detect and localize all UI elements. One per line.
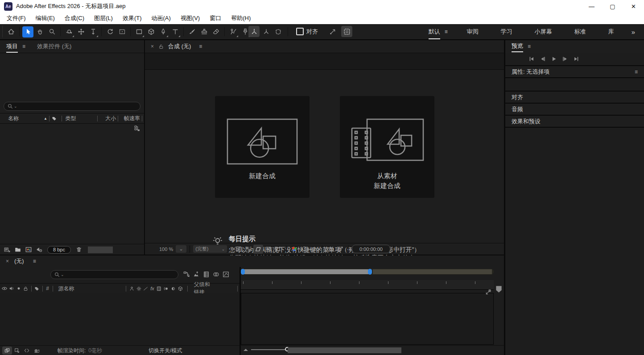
clone-stamp-tool[interactable] <box>198 26 210 38</box>
workspace-tab-small-screen[interactable]: 小屏幕 <box>524 24 563 39</box>
column-size[interactable]: 大小 <box>99 115 116 122</box>
timeline-panel-menu-icon[interactable]: ≡ <box>33 258 36 264</box>
region-of-interest-icon[interactable] <box>253 245 263 254</box>
mask-visibility-icon[interactable] <box>263 245 273 254</box>
exposure-value[interactable]: +0.0 <box>309 246 319 252</box>
expand-layers-icon[interactable] <box>2 347 12 355</box>
label-column-icon[interactable] <box>33 284 41 292</box>
new-composition-from-footage-card[interactable]: 从素材新建合成 <box>340 96 434 198</box>
hand-tool[interactable] <box>34 26 45 38</box>
project-search-input[interactable]: ⌄ <box>4 102 140 111</box>
home-icon[interactable] <box>5 26 17 38</box>
source-name-column[interactable]: 源名称 <box>58 285 97 292</box>
composition-tab-title[interactable]: 合成 (无) <box>168 42 191 50</box>
render-speed-snail-icon[interactable] <box>32 347 41 355</box>
orbit-camera-tool[interactable] <box>63 26 74 38</box>
toggle-switches-modes-button[interactable]: 切换开关/模式 <box>149 347 182 355</box>
bit-depth-button[interactable]: 8 bpc <box>47 246 71 254</box>
toolbar-grip[interactable] <box>1 26 5 38</box>
timeline-search-input[interactable]: ⌄ <box>50 270 178 279</box>
tab-project[interactable]: 项目 <box>6 41 18 53</box>
rectangle-tool[interactable] <box>133 26 144 38</box>
navigator-right-handle[interactable] <box>368 269 372 275</box>
solo-icon[interactable] <box>15 284 22 292</box>
local-axis-mode-icon[interactable] <box>248 26 260 37</box>
workspace-tab-library[interactable]: 库 <box>597 24 625 39</box>
frame-blending-icon[interactable] <box>212 271 220 278</box>
project-settings-icon[interactable] <box>34 245 45 254</box>
shy-layers-icon[interactable] <box>202 271 210 278</box>
time-ruler[interactable] <box>241 280 494 290</box>
lock-column-icon[interactable] <box>22 284 29 292</box>
properties-menu-icon[interactable]: ≡ <box>635 69 638 75</box>
menu-help[interactable]: 帮助(H) <box>226 14 256 22</box>
properties-panel-header[interactable]: 属性: 无选择项 ≡ <box>505 66 644 78</box>
timeline-tab-close-icon[interactable]: × <box>6 258 9 264</box>
snapshot-camera-icon[interactable] <box>326 245 335 254</box>
interpret-footage-icon[interactable] <box>2 245 12 254</box>
menu-view[interactable]: 视图(V) <box>176 14 205 22</box>
motion-blur-switch-icon[interactable] <box>162 284 169 292</box>
dolly-camera-tool[interactable] <box>87 26 99 38</box>
snap-label[interactable]: 对齐 <box>306 28 318 36</box>
next-frame-button[interactable] <box>559 54 570 63</box>
timeline-tab-title[interactable]: (无) <box>14 257 24 265</box>
sort-ascending-icon[interactable]: ▲ <box>44 117 47 121</box>
previous-frame-button[interactable] <box>537 54 548 63</box>
column-label-icon[interactable] <box>51 116 60 121</box>
timeline-horizontal-scrollbar[interactable] <box>288 347 401 353</box>
graph-editor-icon[interactable] <box>222 271 230 278</box>
shy-switch-icon[interactable] <box>128 284 135 292</box>
frame-blend-switch-icon[interactable] <box>155 284 162 292</box>
selection-tool[interactable] <box>22 26 33 38</box>
timeline-navigator-bar[interactable] <box>241 269 494 275</box>
type-tool[interactable] <box>169 26 181 38</box>
eraser-tool[interactable] <box>211 26 222 38</box>
menu-effect[interactable]: 效果(T) <box>118 14 147 22</box>
view-axis-mode-icon[interactable] <box>272 26 284 37</box>
minimize-button[interactable]: — <box>581 0 602 13</box>
column-type[interactable]: 类型 <box>64 115 95 122</box>
rotate-tool[interactable] <box>104 26 116 38</box>
resolution-dropdown[interactable]: (完整)⌄ <box>193 245 227 253</box>
snap-arrow-icon[interactable] <box>327 26 338 37</box>
transparency-grid-icon[interactable] <box>244 245 253 254</box>
composition-mini-flowchart-icon[interactable] <box>183 271 190 278</box>
zoom-value[interactable]: 100 % <box>159 246 173 252</box>
zoom-tool[interactable] <box>46 26 58 38</box>
preview-panel-menu-icon[interactable]: ≡ <box>528 43 531 50</box>
menu-animation[interactable]: 动画(A) <box>147 14 176 22</box>
menu-window[interactable]: 窗口 <box>205 14 226 22</box>
column-framerate[interactable]: 帧速率 <box>120 115 140 122</box>
close-button[interactable]: ✕ <box>623 0 644 13</box>
track-area[interactable] <box>241 293 494 345</box>
fast-preview-icon[interactable] <box>234 245 244 254</box>
new-folder-icon[interactable] <box>12 245 23 254</box>
effects-switch-icon[interactable]: fx <box>149 286 155 291</box>
quality-switch-icon[interactable] <box>142 284 149 292</box>
timecode-display[interactable]: 0:00:00:00 <box>352 245 390 253</box>
in-out-points-icon[interactable] <box>22 347 32 355</box>
camera-region-tool[interactable] <box>116 26 128 38</box>
comp-marker-bin[interactable] <box>495 285 503 295</box>
workspace-overflow-icon[interactable]: » <box>625 28 641 36</box>
trash-icon[interactable] <box>74 245 84 254</box>
pen-tool[interactable] <box>157 26 169 38</box>
menu-composition[interactable]: 合成(C) <box>60 14 89 22</box>
menu-edit[interactable]: 编辑(E) <box>31 14 60 22</box>
navigator-view-region[interactable] <box>243 269 369 274</box>
3d-layer-switch-icon[interactable] <box>177 284 184 292</box>
workspace-menu-icon[interactable]: ≡ <box>444 29 456 35</box>
menu-file[interactable]: 文件(F) <box>2 14 31 22</box>
snap-checkbox[interactable] <box>296 28 304 35</box>
play-button[interactable] <box>548 54 559 63</box>
workspace-tab-standard[interactable]: 标准 <box>563 24 597 39</box>
lock-icon[interactable] <box>158 44 164 50</box>
workspace-tab-default[interactable]: 默认 <box>417 24 444 39</box>
layer-list-area[interactable] <box>0 293 239 345</box>
selection-bounds-icon[interactable] <box>341 26 352 37</box>
adjustment-layer-switch-icon[interactable] <box>169 284 177 292</box>
project-panel-menu-icon[interactable]: ≡ <box>22 43 25 50</box>
menu-layer[interactable]: 图层(L) <box>89 14 118 22</box>
project-flowchart-icon[interactable] <box>134 125 140 132</box>
